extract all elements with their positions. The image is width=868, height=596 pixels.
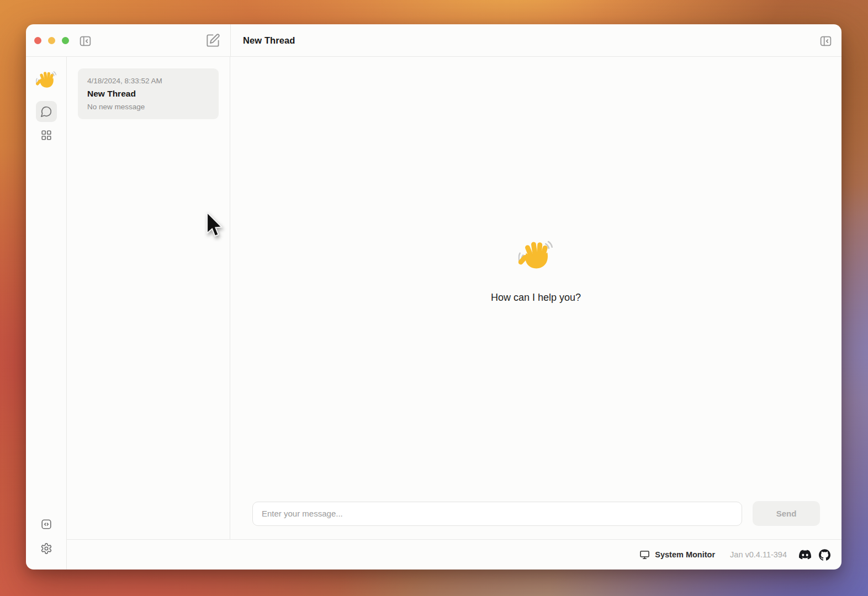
thread-timestamp: 4/18/2024, 8:33:52 AM [87, 77, 209, 85]
monitor-icon [639, 550, 650, 560]
grid-icon [40, 129, 52, 141]
github-icon [819, 549, 830, 561]
thread-list-item[interactable]: 4/18/2024, 8:33:52 AM New Thread No new … [78, 68, 219, 119]
new-thread-button[interactable] [205, 33, 220, 48]
message-composer: Send [252, 501, 820, 526]
thread-list-panel: 4/18/2024, 8:33:52 AM New Thread No new … [67, 57, 230, 539]
waving-hand-emoji [518, 239, 553, 274]
zoom-window-button[interactable] [62, 37, 69, 44]
tab-hub[interactable] [36, 125, 57, 146]
greeting-text: How can I help you? [491, 292, 581, 304]
traffic-lights [34, 37, 69, 44]
chat-bubble-icon [40, 105, 52, 118]
message-input[interactable] [252, 502, 742, 526]
right-column: 4/18/2024, 8:33:52 AM New Thread No new … [67, 57, 841, 570]
collapse-right-panel-button[interactable] [818, 34, 833, 48]
chat-main-area: How can I help you? Send [230, 57, 841, 539]
panel-collapse-right-icon [819, 34, 833, 48]
edit-pen-icon [205, 33, 220, 48]
close-window-button[interactable] [34, 37, 41, 44]
tab-local-api-server[interactable] [36, 514, 57, 535]
window-content: 4/18/2024, 8:33:52 AM New Thread No new … [26, 57, 841, 570]
status-bar: System Monitor Jan v0.4.11-394 [67, 539, 841, 570]
collapse-left-panel-button[interactable] [78, 34, 92, 48]
github-link[interactable] [819, 549, 830, 561]
tab-threads[interactable] [36, 101, 57, 122]
gear-icon [40, 542, 52, 555]
app-window: New Thread [26, 24, 841, 570]
system-monitor-button[interactable]: System Monitor [639, 550, 715, 560]
page-title: New Thread [243, 35, 295, 46]
left-ribbon [26, 57, 67, 570]
titlebar-divider [230, 24, 231, 56]
system-monitor-label: System Monitor [655, 550, 715, 559]
code-square-icon [40, 518, 52, 530]
thread-subtitle: No new message [87, 103, 209, 111]
title-bar: New Thread [26, 24, 841, 57]
panel-collapse-left-icon [78, 34, 92, 48]
discord-link[interactable] [799, 549, 811, 561]
discord-icon [799, 549, 811, 561]
tab-settings[interactable] [36, 538, 57, 559]
app-version-label: Jan v0.4.11-394 [730, 550, 787, 559]
desktop: { "header": { "title": "New Thread" }, "… [0, 0, 868, 596]
send-button[interactable]: Send [753, 501, 820, 526]
app-logo-wave-emoji [36, 70, 57, 91]
workspace: 4/18/2024, 8:33:52 AM New Thread No new … [67, 57, 841, 539]
thread-title: New Thread [87, 89, 209, 99]
empty-state-greeting: How can I help you? [491, 239, 581, 304]
minimize-window-button[interactable] [48, 37, 55, 44]
